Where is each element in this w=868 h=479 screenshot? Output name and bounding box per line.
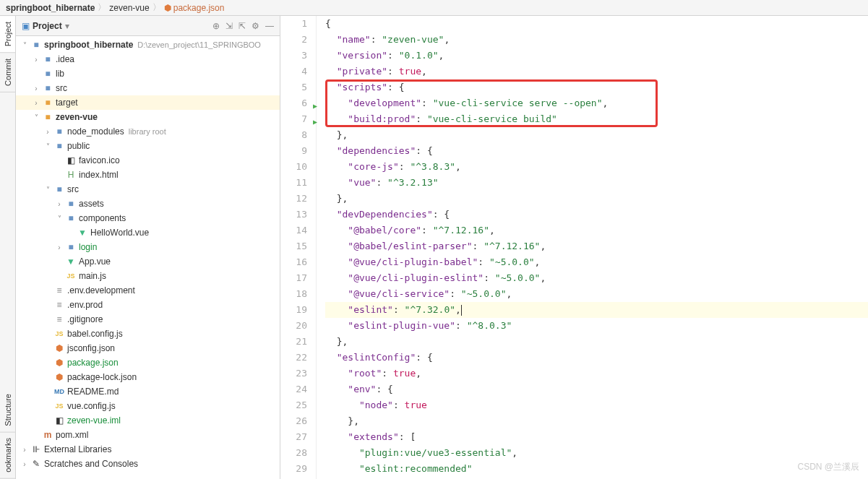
tree-item-gitignore[interactable]: ≡.gitignore bbox=[16, 312, 280, 327]
folder-icon: ■ bbox=[53, 141, 65, 151]
line-number[interactable]: 21 bbox=[280, 334, 307, 350]
breadcrumb-folder[interactable]: zeven-vue bbox=[109, 3, 149, 13]
select-opened-icon[interactable]: ⊕ bbox=[212, 21, 220, 31]
json-icon: ⬢ bbox=[53, 358, 65, 368]
collapse-icon[interactable]: ˅ bbox=[30, 113, 42, 121]
file-icon: ◧ bbox=[53, 415, 65, 426]
tree-item-package-json[interactable]: ⬢package.json bbox=[16, 355, 280, 370]
tree-item-node-modules[interactable]: ›■node_moduleslibrary root bbox=[16, 124, 280, 139]
tree-item-assets[interactable]: ›■assets bbox=[16, 197, 280, 211]
tree-item-app-vue[interactable]: ▼App.vue bbox=[16, 254, 280, 269]
tree-item-helloworld[interactable]: ▼HelloWorld.vue bbox=[16, 225, 280, 240]
tree-item-vue-config[interactable]: JSvue.config.js bbox=[16, 399, 280, 413]
tree-item-jsconfig[interactable]: ⬢jsconfig.json bbox=[16, 341, 280, 355]
tree-item-idea[interactable]: ›■.idea bbox=[16, 52, 280, 66]
line-number[interactable]: 27 bbox=[280, 429, 307, 445]
tab-bookmarks[interactable]: ookmarks bbox=[0, 432, 15, 479]
tree-item-scratches[interactable]: ›✎Scratches and Consoles bbox=[16, 457, 280, 471]
collapse-icon[interactable]: ˅ bbox=[19, 41, 30, 49]
expand-icon[interactable]: › bbox=[19, 446, 30, 454]
js-icon: JS bbox=[53, 402, 65, 410]
expand-icon[interactable]: › bbox=[53, 200, 65, 208]
expand-icon[interactable]: › bbox=[30, 56, 42, 64]
tree-item-login[interactable]: ›■login bbox=[16, 240, 280, 254]
tree-item-readme[interactable]: MDREADME.md bbox=[16, 384, 280, 399]
collapse-icon[interactable]: ˅ bbox=[42, 186, 53, 194]
line-number[interactable]: 1 bbox=[280, 16, 307, 32]
line-number[interactable]: 19 bbox=[280, 302, 307, 318]
line-number[interactable]: 8 bbox=[280, 127, 307, 143]
line-number[interactable]: 6▶ bbox=[280, 95, 307, 111]
hide-icon[interactable]: — bbox=[265, 21, 274, 31]
tree-item-src[interactable]: ›■src bbox=[16, 81, 280, 95]
line-number[interactable]: 15 bbox=[280, 238, 307, 254]
line-number[interactable]: 11 bbox=[280, 175, 307, 191]
tree-item-pom[interactable]: mpom.xml bbox=[16, 428, 280, 442]
line-number[interactable]: 10 bbox=[280, 159, 307, 175]
tree-item-babel[interactable]: JSbabel.config.js bbox=[16, 327, 280, 341]
expand-all-icon[interactable]: ⇲ bbox=[225, 21, 233, 31]
chevron-down-icon[interactable]: ▾ bbox=[65, 21, 69, 31]
line-number[interactable]: 3 bbox=[280, 48, 307, 64]
tree-root[interactable]: ˅ ■ springboot_hibernate D:\zeven_projec… bbox=[16, 38, 280, 52]
line-number[interactable]: 9 bbox=[280, 143, 307, 159]
chevron-right-icon: 〉 bbox=[98, 1, 106, 14]
line-number[interactable]: 14 bbox=[280, 223, 307, 238]
line-number[interactable]: 17 bbox=[280, 270, 307, 286]
tab-commit[interactable]: Commit bbox=[0, 53, 15, 92]
settings-icon[interactable]: ⚙ bbox=[252, 21, 259, 31]
tree-item-env-dev[interactable]: ≡.env.development bbox=[16, 283, 280, 298]
code-line: }, bbox=[325, 334, 868, 350]
tree-item-src2[interactable]: ˅■src bbox=[16, 182, 280, 197]
expand-icon[interactable]: › bbox=[30, 99, 42, 107]
line-number[interactable]: 20 bbox=[280, 318, 307, 334]
folder-icon: ■ bbox=[65, 199, 77, 209]
tab-project[interactable]: Project bbox=[0, 16, 15, 53]
line-number[interactable]: 7▶ bbox=[280, 111, 307, 127]
tree-item-public[interactable]: ˅■public bbox=[16, 139, 280, 153]
code-content[interactable]: { "name": "zeven-vue", "version": "0.1.0… bbox=[317, 16, 868, 479]
tree-item-target[interactable]: ›■target bbox=[16, 95, 280, 110]
collapse-icon[interactable]: ˅ bbox=[53, 215, 65, 223]
tree-item-zeven-vue[interactable]: ˅■zeven-vue bbox=[16, 110, 280, 124]
line-number[interactable]: 2 bbox=[280, 32, 307, 48]
expand-icon[interactable]: › bbox=[42, 128, 53, 136]
collapse-all-icon[interactable]: ⇱ bbox=[239, 21, 246, 31]
project-dropdown[interactable]: Project bbox=[33, 21, 62, 31]
tree-item-favicon[interactable]: ◧favicon.ico bbox=[16, 153, 280, 168]
line-number[interactable]: 4 bbox=[280, 64, 307, 79]
chevron-right-icon: 〉 bbox=[152, 1, 161, 14]
tree-item-main-js[interactable]: JSmain.js bbox=[16, 269, 280, 283]
breadcrumb-root[interactable]: springboot_hibernate bbox=[6, 3, 95, 13]
tree-item-package-lock[interactable]: ⬢package-lock.json bbox=[16, 370, 280, 384]
breadcrumb-file[interactable]: ⬢package.json bbox=[164, 3, 225, 13]
expand-icon[interactable]: › bbox=[30, 85, 42, 92]
tab-structure[interactable]: Structure bbox=[0, 388, 15, 433]
tree-item-iml[interactable]: ◧zeven-vue.iml bbox=[16, 413, 280, 428]
html-icon: H bbox=[65, 170, 77, 180]
code-editor[interactable]: 1 2 3 4 5 6▶ 7▶ 8 9 10 11 12 13 14 15 16… bbox=[280, 16, 868, 479]
tree-item-index-html[interactable]: Hindex.html bbox=[16, 168, 280, 182]
tree-item-lib[interactable]: ■lib bbox=[16, 66, 280, 81]
line-number[interactable]: 16 bbox=[280, 254, 307, 270]
tree-item-env-prod[interactable]: ≡.env.prod bbox=[16, 298, 280, 312]
expand-icon[interactable]: › bbox=[53, 243, 65, 251]
code-line: "eslintConfig": { bbox=[325, 350, 868, 366]
line-number[interactable]: 12 bbox=[280, 191, 307, 207]
line-number[interactable]: 18 bbox=[280, 286, 307, 302]
line-number[interactable]: 5 bbox=[280, 79, 307, 95]
line-number[interactable]: 13 bbox=[280, 207, 307, 223]
line-number[interactable]: 28 bbox=[280, 445, 307, 461]
line-number[interactable]: 23 bbox=[280, 366, 307, 381]
tree-item-external[interactable]: ›⊪External Libraries bbox=[16, 442, 280, 457]
gutter[interactable]: 1 2 3 4 5 6▶ 7▶ 8 9 10 11 12 13 14 15 16… bbox=[280, 16, 317, 479]
collapse-icon[interactable]: ˅ bbox=[42, 142, 53, 150]
expand-icon[interactable]: › bbox=[19, 460, 30, 468]
line-number[interactable]: 22 bbox=[280, 350, 307, 366]
project-tree[interactable]: ˅ ■ springboot_hibernate D:\zeven_projec… bbox=[16, 36, 280, 479]
line-number[interactable]: 25 bbox=[280, 397, 307, 413]
line-number[interactable]: 29 bbox=[280, 461, 307, 477]
tree-item-components[interactable]: ˅■components bbox=[16, 211, 280, 225]
line-number[interactable]: 26 bbox=[280, 413, 307, 429]
line-number[interactable]: 24 bbox=[280, 381, 307, 397]
